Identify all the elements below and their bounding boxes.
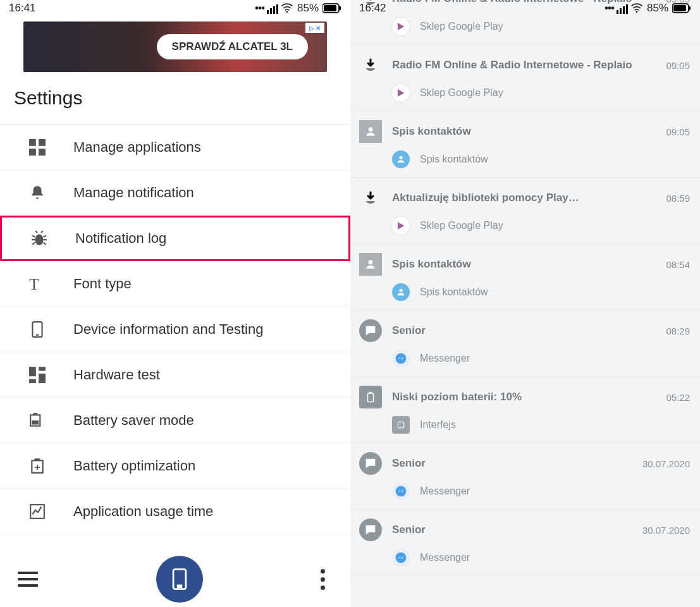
battery-pct: 85%	[297, 2, 319, 15]
batt-opt-icon	[28, 457, 47, 475]
battery-pct: 85%	[647, 2, 668, 15]
svg-rect-35	[398, 422, 403, 427]
network-dots-icon: •••	[255, 2, 264, 15]
grid-icon	[28, 138, 47, 157]
grid2-icon	[28, 365, 47, 384]
log-item[interactable]: Spis kontaktów08:54Spis kontaktów	[350, 244, 700, 310]
log-app-name: Spis kontaktów	[420, 154, 488, 165]
wifi-icon	[630, 2, 643, 15]
log-time: 08:54	[666, 259, 690, 270]
log-app-name: Messenger	[420, 353, 470, 364]
log-avatar-icon	[359, 54, 382, 77]
batt-plus-icon	[28, 411, 47, 430]
settings-row-label: Battery saver mode	[73, 412, 194, 429]
settings-row-label: Notification log	[75, 230, 166, 247]
settings-row-label: Hardware test	[73, 367, 160, 383]
log-time: 05:22	[666, 392, 690, 403]
clock: 16:41	[9, 2, 36, 15]
settings-row-notif-log[interactable]: Notification log	[0, 216, 350, 261]
log-app-icon	[392, 18, 410, 35]
settings-row-batt-saver[interactable]: Battery saver mode	[0, 398, 350, 443]
t-icon	[28, 274, 47, 293]
settings-row-app-usage[interactable]: Application usage time	[0, 489, 350, 534]
log-time: 09:05	[666, 126, 690, 137]
log-title: Senior	[392, 324, 656, 337]
log-app-name: Messenger	[420, 486, 470, 497]
log-app-icon	[392, 150, 410, 168]
log-title: Senior	[392, 457, 632, 470]
settings-row-font-type[interactable]: Font type	[0, 261, 350, 307]
fab-button[interactable]	[156, 556, 203, 603]
log-time: 30.07.2020	[642, 525, 690, 536]
battery-icon	[322, 3, 341, 14]
overflow-button[interactable]	[321, 569, 325, 590]
log-item[interactable]: Senior30.07.2020Messenger	[350, 510, 700, 576]
settings-screen: 16:41 ••• 85% SPRAWDŹ ALCATEL 3L ▷ ✕ Set…	[0, 0, 350, 607]
settings-list: Manage applicationsManage notificationNo…	[0, 124, 350, 551]
bug-icon	[30, 229, 49, 248]
log-avatar-icon	[359, 319, 382, 342]
log-avatar-icon	[359, 187, 382, 209]
ad-banner[interactable]: SPRAWDŹ ALCATEL 3L ▷ ✕	[23, 21, 327, 72]
bell-icon	[28, 183, 47, 202]
menu-button[interactable]	[18, 572, 38, 587]
log-title: Niski poziom baterii: 10%	[392, 391, 656, 403]
signal-icon	[267, 3, 278, 14]
log-title: Radio FM Online & Radio Internetowe - Re…	[392, 59, 656, 71]
log-app-icon	[392, 416, 410, 434]
log-item[interactable]: Senior08:29Messenger	[350, 310, 700, 377]
settings-row-manage-apps[interactable]: Manage applications	[0, 125, 350, 170]
log-time: 30.07.2020	[642, 458, 690, 469]
settings-row-hw-test[interactable]: Hardware test	[0, 352, 350, 398]
log-item[interactable]: Niski poziom baterii: 10%05:22Interfejs	[350, 377, 700, 443]
log-title: Senior	[392, 524, 632, 536]
log-title: Spis kontaktów	[392, 258, 656, 271]
log-avatar-icon	[359, 452, 382, 475]
log-item[interactable]: Radio FM Online & Radio Internetowe - Re…	[350, 45, 700, 111]
svg-rect-33	[368, 393, 374, 402]
clock: 16:42	[359, 2, 386, 15]
log-app-icon	[392, 482, 410, 500]
settings-row-label: Manage notification	[73, 185, 194, 201]
log-app-name: Sklep Google Play	[420, 21, 503, 32]
log-app-icon	[392, 84, 410, 102]
settings-row-label: Font type	[73, 276, 132, 292]
notification-log-list[interactable]: Radio FM Online & Radio Internetowe - Re…	[350, 0, 700, 607]
log-time: 08:59	[666, 193, 690, 204]
adchoices-icon[interactable]: ▷ ✕	[305, 23, 324, 33]
log-app-name: Sklep Google Play	[420, 220, 503, 231]
log-time: 09:05	[666, 60, 690, 71]
log-app-icon	[392, 217, 410, 235]
log-title: Aktualizuję biblioteki pomocy Play…	[392, 192, 656, 204]
battery-icon	[672, 3, 691, 14]
log-app-name: Sklep Google Play	[420, 87, 503, 99]
page-title: Settings	[0, 81, 350, 124]
log-avatar-icon	[359, 386, 382, 408]
settings-row-label: Device information and Testing	[73, 321, 263, 338]
log-app-name: Messenger	[420, 552, 470, 563]
bottom-bar	[0, 551, 350, 607]
log-app-icon	[392, 283, 410, 301]
notification-log-screen: 16:42 ••• 85% Radio FM Online & Radio In…	[350, 0, 700, 607]
log-app-icon	[392, 549, 410, 567]
log-app-name: Interfejs	[420, 419, 456, 431]
log-time: 08:29	[666, 326, 690, 336]
status-bar: 16:42 ••• 85%	[350, 0, 700, 16]
log-item[interactable]: Spis kontaktów09:05Spis kontaktów	[350, 111, 700, 178]
settings-row-manage-notif[interactable]: Manage notification	[0, 170, 350, 216]
signal-icon	[617, 3, 628, 14]
wifi-icon	[281, 2, 293, 15]
log-item[interactable]: Aktualizuję biblioteki pomocy Play…08:59…	[350, 178, 700, 244]
svg-rect-34	[369, 392, 372, 393]
network-dots-icon: •••	[605, 2, 614, 15]
settings-row-label: Manage applications	[73, 139, 201, 156]
log-app-icon	[392, 350, 410, 367]
log-avatar-icon	[359, 253, 382, 276]
settings-row-batt-opt[interactable]: Battery optimization	[0, 443, 350, 489]
settings-row-device-info[interactable]: Device information and Testing	[0, 307, 350, 352]
settings-row-label: Battery optimization	[73, 458, 195, 474]
chart-icon	[28, 502, 47, 521]
status-bar: 16:41 ••• 85%	[0, 0, 350, 16]
log-item[interactable]: Senior30.07.2020Messenger	[350, 443, 700, 510]
ad-cta-button[interactable]: SPRAWDŹ ALCATEL 3L	[157, 34, 308, 59]
